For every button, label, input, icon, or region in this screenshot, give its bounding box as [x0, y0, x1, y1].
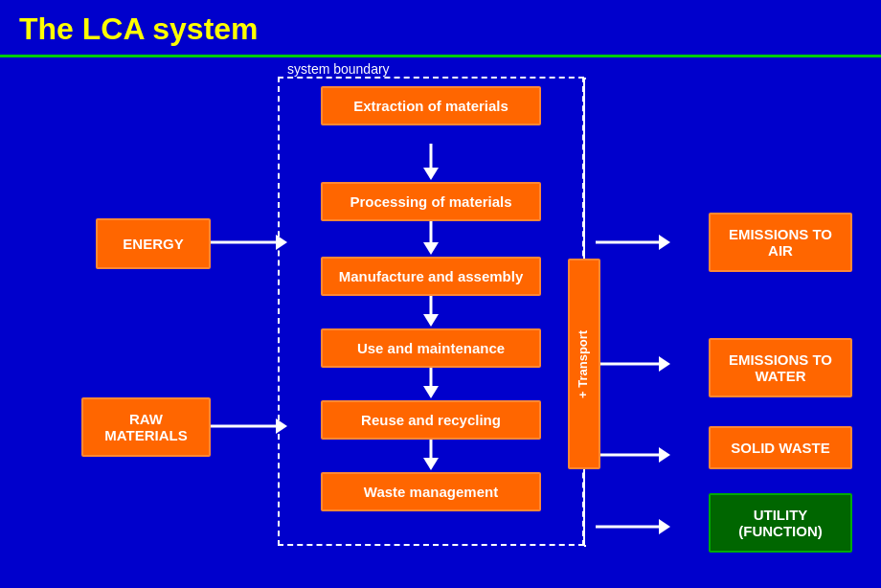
- solid-waste-box: SOLID WASTE: [709, 426, 852, 469]
- page-title: The LCA system: [19, 11, 862, 47]
- system-boundary-label: system boundary: [287, 61, 390, 77]
- reuse-box: Reuse and recycling: [321, 400, 541, 440]
- waste-box: Waste management: [321, 472, 541, 511]
- svg-marker-20: [659, 447, 670, 463]
- raw-materials-box: RAW MATERIALS: [81, 397, 211, 457]
- manufacture-box: Manufacture and assembly: [321, 257, 541, 296]
- use-box: Use and maintenance: [321, 328, 541, 368]
- title-bar: The LCA system: [0, 0, 881, 55]
- transport-box: + Transport: [568, 259, 600, 469]
- svg-marker-22: [659, 519, 670, 534]
- diagram-area: system boundary: [0, 57, 881, 565]
- processing-box: Processing of materials: [321, 182, 541, 221]
- energy-box: ENERGY: [96, 218, 211, 269]
- svg-marker-18: [659, 356, 670, 372]
- utility-box: UTILITY (FUNCTION): [709, 493, 852, 553]
- emissions-air-box: EMISSIONS TO AIR: [709, 213, 852, 272]
- emissions-water-box: EMISSIONS TO WATER: [709, 338, 852, 397]
- svg-marker-16: [659, 235, 670, 250]
- extraction-box: Extraction of materials: [321, 86, 541, 125]
